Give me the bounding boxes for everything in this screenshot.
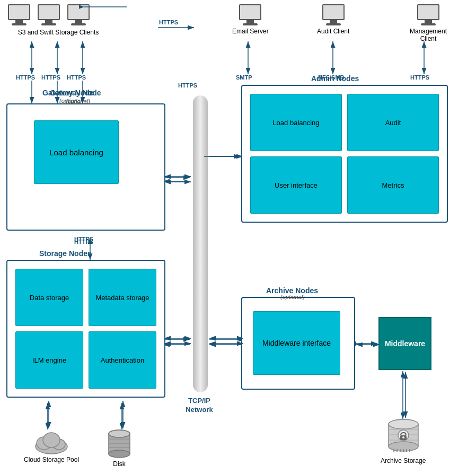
https-right-arrow-label: HTTPS: [159, 19, 178, 25]
storage-to-pipe-arrow: [163, 334, 195, 347]
archive-storage-icon: [384, 419, 422, 456]
pipe-to-archive-arrow: [208, 334, 246, 347]
storage-auth-service: Authentication: [89, 331, 156, 389]
cloud-arrow: [43, 400, 54, 432]
archive-nodes-box: Archive Nodes (optional) Middleware inte…: [241, 297, 355, 390]
cloud-icon: [32, 429, 70, 455]
gateway-https-down-label: HTTPS: [74, 239, 93, 245]
cloud-storage-group: Cloud Storage Pool: [24, 429, 79, 463]
cloud-storage-label: Cloud Storage Pool: [24, 456, 79, 463]
storage-nodes-title: Storage Nodes: [39, 249, 92, 258]
https-label-2: HTTPS: [41, 74, 60, 81]
s3-clients-group: S3 and Swift Storage Clients: [8, 4, 109, 36]
monitor-2: [38, 4, 60, 25]
s3-clients-label: S3 and Swift Storage Clients: [8, 29, 109, 36]
https-pipe-label: HTTPS: [178, 82, 197, 89]
svg-point-28: [43, 433, 60, 447]
monitor-1: [8, 4, 30, 25]
archive-nodes-subtitle: (optional): [280, 294, 305, 300]
email-server-label: Email Server: [232, 28, 269, 35]
archive-to-middleware-arrow: [355, 338, 383, 352]
storage-metadata-service: Metadata storage: [89, 269, 156, 326]
gateway-node-box: Gateway Node (optional) Load balancing: [6, 103, 165, 231]
svg-point-31: [109, 450, 130, 458]
pipe-to-admin-arrow: [204, 148, 246, 164]
https-mgmt-label: HTTPS: [410, 74, 429, 81]
https-label-1: HTTPS: [16, 74, 35, 81]
gateway-subtitle: (optional): [59, 98, 84, 104]
storage-ilm-service: ILM engine: [15, 331, 83, 389]
tcp-pipe: [193, 95, 208, 392]
admin-metrics-service: Metrics: [347, 156, 439, 214]
https-label-3: HTTPS: [67, 74, 86, 81]
admin-audit-service: Audit: [347, 94, 439, 151]
admin-services-grid: Load balancing Audit User interface Metr…: [242, 86, 447, 222]
management-client-group: Management Client: [407, 4, 449, 42]
audit-client-label: Audit Client: [317, 28, 349, 35]
client-arrow: [79, 0, 132, 15]
storage-services-grid: Data storage Metadata storage ILM engine…: [7, 261, 164, 397]
archive-storage-label: Archive Storage: [381, 457, 426, 464]
middleware-to-archive-storage-arrow: [400, 371, 411, 422]
gw-to-pipe-arrow: [163, 172, 195, 186]
audit-client-group: Audit Client: [317, 4, 349, 35]
architecture-diagram: S3 and Swift Storage Clients HTTPS HTTPS…: [0, 0, 476, 474]
admin-nodes-box: Admin Nodes Load balancing Audit User in…: [241, 85, 448, 223]
storage-data-service: Data storage: [15, 269, 83, 326]
middleware-box: Middleware: [378, 317, 431, 370]
management-client-label: Management Client: [407, 28, 449, 42]
disk-group: Disk: [106, 429, 133, 468]
disk-icon: [106, 429, 133, 459]
gateway-title: Gateway Node: [42, 89, 93, 97]
smtp-label: SMTP: [236, 74, 252, 81]
archive-storage-group: Archive Storage: [381, 419, 426, 464]
admin-ui-service: User interface: [250, 156, 342, 214]
archive-middleware-service: Middleware interface: [253, 311, 340, 375]
disk-label: Disk: [113, 460, 125, 468]
client-monitors: [8, 4, 109, 25]
admin-lb-service: Load balancing: [250, 94, 342, 151]
email-server-group: Email Server: [232, 4, 269, 35]
disk-arrow: [118, 400, 128, 432]
storage-nodes-box: Storage Nodes Data storage Metadata stor…: [6, 260, 165, 398]
gateway-lb-service: Load balancing: [34, 120, 119, 184]
svg-point-45: [402, 436, 404, 438]
admin-nodes-title: Admin Nodes: [311, 74, 359, 83]
tcp-ip-label: TCP/IPNetwork: [184, 397, 214, 415]
monitor-3: [67, 4, 90, 25]
